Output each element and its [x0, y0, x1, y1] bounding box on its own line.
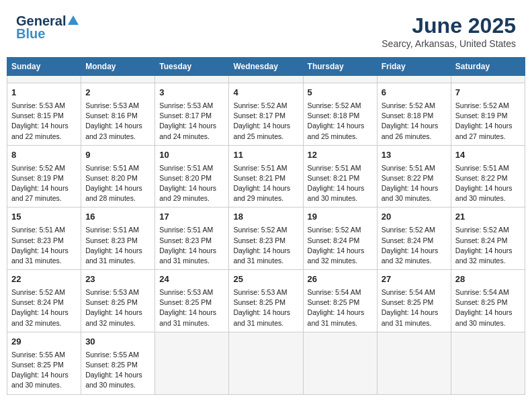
- calendar-day-cell: 26Sunrise: 5:54 AMSunset: 8:25 PMDayligh…: [303, 270, 377, 332]
- calendar-day-cell: 30Sunrise: 5:55 AMSunset: 8:25 PMDayligh…: [81, 332, 155, 394]
- calendar-day-cell: 16Sunrise: 5:51 AMSunset: 8:23 PMDayligh…: [81, 208, 155, 270]
- day-number: 22: [11, 273, 77, 286]
- calendar-week-row: 1Sunrise: 5:53 AMSunset: 8:15 PMDaylight…: [7, 83, 525, 146]
- calendar-day-cell: 9Sunrise: 5:51 AMSunset: 8:20 PMDaylight…: [81, 145, 155, 208]
- calendar-day-cell: [229, 332, 303, 394]
- calendar-day-cell: 22Sunrise: 5:52 AMSunset: 8:24 PMDayligh…: [7, 270, 81, 332]
- day-info: Sunrise: 5:55 AMSunset: 8:25 PMDaylight:…: [85, 350, 150, 391]
- day-info: Sunrise: 5:51 AMSunset: 8:23 PMDaylight:…: [85, 225, 150, 266]
- calendar-week-row: 8Sunrise: 5:52 AMSunset: 8:19 PMDaylight…: [7, 145, 525, 208]
- calendar-day-cell: 6Sunrise: 5:52 AMSunset: 8:18 PMDaylight…: [377, 83, 451, 146]
- day-number: 15: [11, 211, 77, 224]
- day-number: 9: [85, 149, 150, 162]
- day-info: Sunrise: 5:53 AMSunset: 8:25 PMDaylight:…: [233, 287, 298, 328]
- day-info: Sunrise: 5:53 AMSunset: 8:16 PMDaylight:…: [85, 101, 150, 142]
- day-info: Sunrise: 5:55 AMSunset: 8:25 PMDaylight:…: [11, 350, 77, 391]
- logo-blue: Blue: [16, 26, 45, 42]
- day-number: 27: [382, 273, 447, 286]
- calendar-day-cell: [155, 332, 229, 394]
- calendar-day-cell: [229, 76, 303, 83]
- day-number: 4: [233, 87, 298, 99]
- calendar-day-cell: 25Sunrise: 5:53 AMSunset: 8:25 PMDayligh…: [229, 270, 303, 332]
- calendar-day-cell: 29Sunrise: 5:55 AMSunset: 8:25 PMDayligh…: [7, 332, 81, 394]
- day-info: Sunrise: 5:51 AMSunset: 8:21 PMDaylight:…: [308, 163, 373, 204]
- calendar-day-cell: [377, 332, 451, 394]
- day-info: Sunrise: 5:52 AMSunset: 8:24 PMDaylight:…: [308, 225, 373, 266]
- day-info: Sunrise: 5:52 AMSunset: 8:24 PMDaylight:…: [382, 225, 447, 266]
- calendar-day-cell: [7, 76, 81, 83]
- calendar-day-cell: 17Sunrise: 5:51 AMSunset: 8:23 PMDayligh…: [155, 208, 229, 270]
- day-info: Sunrise: 5:54 AMSunset: 8:25 PMDaylight:…: [455, 287, 521, 328]
- calendar-header-monday: Monday: [81, 58, 155, 76]
- day-number: 3: [159, 87, 224, 99]
- calendar-day-cell: [451, 76, 525, 83]
- day-number: 19: [308, 211, 373, 224]
- calendar-week-row: 15Sunrise: 5:51 AMSunset: 8:23 PMDayligh…: [7, 208, 525, 270]
- day-number: 17: [159, 211, 224, 224]
- svg-marker-0: [68, 15, 79, 25]
- day-number: 11: [233, 149, 298, 162]
- day-info: Sunrise: 5:53 AMSunset: 8:15 PMDaylight:…: [11, 101, 77, 142]
- day-info: Sunrise: 5:51 AMSunset: 8:20 PMDaylight:…: [85, 163, 150, 204]
- calendar-header-friday: Friday: [377, 58, 451, 76]
- calendar-header-thursday: Thursday: [303, 58, 377, 76]
- calendar-day-cell: [155, 76, 229, 83]
- calendar-header-sunday: Sunday: [7, 58, 81, 76]
- calendar-table: SundayMondayTuesdayWednesdayThursdayFrid…: [7, 57, 525, 395]
- calendar-header-wednesday: Wednesday: [229, 58, 303, 76]
- calendar-day-cell: 13Sunrise: 5:51 AMSunset: 8:22 PMDayligh…: [377, 145, 451, 208]
- day-info: Sunrise: 5:51 AMSunset: 8:21 PMDaylight:…: [233, 163, 298, 204]
- day-info: Sunrise: 5:52 AMSunset: 8:24 PMDaylight:…: [11, 287, 77, 328]
- day-number: 18: [233, 211, 298, 224]
- calendar-day-cell: 19Sunrise: 5:52 AMSunset: 8:24 PMDayligh…: [303, 208, 377, 270]
- calendar-day-cell: 15Sunrise: 5:51 AMSunset: 8:23 PMDayligh…: [7, 208, 81, 270]
- calendar-header-saturday: Saturday: [451, 58, 525, 76]
- day-number: 8: [11, 149, 77, 162]
- day-info: Sunrise: 5:51 AMSunset: 8:23 PMDaylight:…: [159, 225, 224, 266]
- day-info: Sunrise: 5:52 AMSunset: 8:19 PMDaylight:…: [11, 163, 77, 204]
- day-number: 1: [11, 87, 77, 99]
- calendar-header-tuesday: Tuesday: [155, 58, 229, 76]
- calendar-day-cell: 4Sunrise: 5:52 AMSunset: 8:17 PMDaylight…: [229, 83, 303, 146]
- day-number: 6: [382, 87, 447, 99]
- calendar-week-row: 29Sunrise: 5:55 AMSunset: 8:25 PMDayligh…: [7, 332, 525, 394]
- calendar-header-row: SundayMondayTuesdayWednesdayThursdayFrid…: [7, 58, 525, 76]
- day-number: 5: [308, 87, 373, 99]
- calendar-day-cell: 14Sunrise: 5:51 AMSunset: 8:22 PMDayligh…: [451, 145, 525, 208]
- day-number: 26: [308, 273, 373, 286]
- day-info: Sunrise: 5:52 AMSunset: 8:18 PMDaylight:…: [382, 101, 447, 142]
- day-number: 25: [233, 273, 298, 286]
- day-info: Sunrise: 5:51 AMSunset: 8:20 PMDaylight:…: [159, 163, 224, 204]
- day-number: 29: [11, 336, 77, 349]
- calendar-day-cell: 23Sunrise: 5:53 AMSunset: 8:25 PMDayligh…: [81, 270, 155, 332]
- day-info: Sunrise: 5:53 AMSunset: 8:25 PMDaylight:…: [85, 287, 150, 328]
- day-info: Sunrise: 5:52 AMSunset: 8:24 PMDaylight:…: [455, 225, 521, 266]
- calendar-day-cell: 21Sunrise: 5:52 AMSunset: 8:24 PMDayligh…: [451, 208, 525, 270]
- day-number: 12: [308, 149, 373, 162]
- month-title: June 2025: [382, 13, 516, 38]
- calendar-day-cell: 5Sunrise: 5:52 AMSunset: 8:18 PMDaylight…: [303, 83, 377, 146]
- day-number: 13: [382, 149, 447, 162]
- day-info: Sunrise: 5:53 AMSunset: 8:17 PMDaylight:…: [159, 101, 224, 142]
- day-info: Sunrise: 5:51 AMSunset: 8:22 PMDaylight:…: [382, 163, 447, 204]
- day-info: Sunrise: 5:51 AMSunset: 8:22 PMDaylight:…: [455, 163, 521, 204]
- day-number: 23: [85, 273, 150, 286]
- logo-triangle-icon: [67, 14, 79, 26]
- calendar-day-cell: 7Sunrise: 5:52 AMSunset: 8:19 PMDaylight…: [451, 83, 525, 146]
- calendar-day-cell: 11Sunrise: 5:51 AMSunset: 8:21 PMDayligh…: [229, 145, 303, 208]
- day-number: 2: [85, 87, 150, 99]
- day-info: Sunrise: 5:54 AMSunset: 8:25 PMDaylight:…: [382, 287, 447, 328]
- page-header: General Blue June 2025 Searcy, Arkansas,…: [7, 7, 525, 53]
- calendar-day-cell: 20Sunrise: 5:52 AMSunset: 8:24 PMDayligh…: [377, 208, 451, 270]
- location: Searcy, Arkansas, United States: [382, 38, 516, 49]
- logo: General Blue: [16, 13, 79, 42]
- calendar-day-cell: [451, 332, 525, 394]
- calendar-day-cell: [81, 76, 155, 83]
- calendar-day-cell: 27Sunrise: 5:54 AMSunset: 8:25 PMDayligh…: [377, 270, 451, 332]
- day-number: 7: [455, 87, 521, 99]
- day-number: 21: [455, 211, 521, 224]
- day-info: Sunrise: 5:51 AMSunset: 8:23 PMDaylight:…: [11, 225, 77, 266]
- calendar-day-cell: 2Sunrise: 5:53 AMSunset: 8:16 PMDaylight…: [81, 83, 155, 146]
- calendar-day-cell: 28Sunrise: 5:54 AMSunset: 8:25 PMDayligh…: [451, 270, 525, 332]
- title-block: June 2025 Searcy, Arkansas, United State…: [382, 13, 516, 49]
